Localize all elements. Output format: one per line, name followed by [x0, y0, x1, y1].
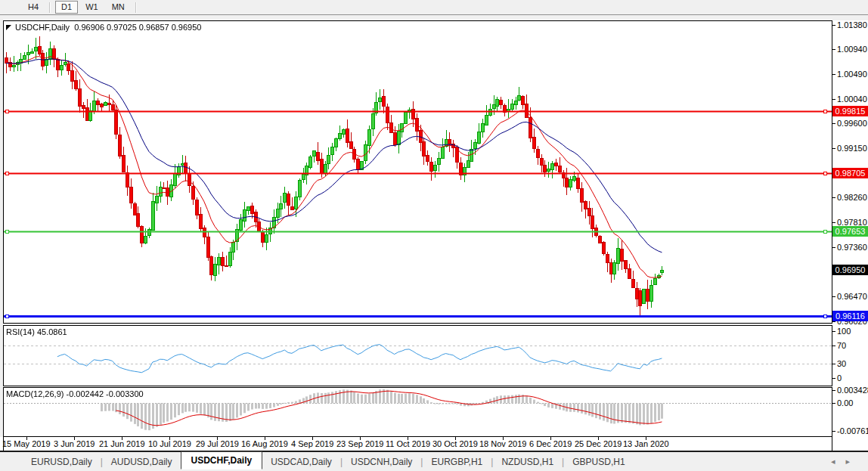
price-axis-tick-label: 0.97360: [837, 243, 867, 252]
date-tick-label: 11 Oct 2019: [386, 439, 430, 448]
toolbar-separator: [49, 2, 51, 13]
price-axis-tick-mark: [832, 296, 835, 297]
rsi-axis-tick-mark: [832, 331, 835, 332]
date-tick-label: 15 May 2019: [2, 439, 51, 448]
rsi-indicator-panel: [3, 325, 832, 386]
main-chart-canvas[interactable]: [4, 21, 832, 323]
level-price-badge: 0.96116: [832, 311, 868, 321]
date-axis-left-edge: [3, 437, 4, 451]
price-axis-tick-label: 0.98260: [837, 193, 867, 202]
price-axis-tick-label: 1.01380: [837, 20, 867, 29]
rsi-axis-tick-label: 0: [837, 373, 842, 383]
symbol-tab-eurgbp[interactable]: EURGBP,H1: [423, 454, 491, 469]
timeframe-toolbar: H4 D1 W1 MN: [0, 0, 868, 15]
timeframe-button-h4[interactable]: H4: [22, 1, 45, 14]
date-tick-label: 13 Jan 2020: [623, 439, 669, 448]
level-price-badge: 0.97653: [832, 226, 868, 237]
current-price-badge: 0.96950: [832, 265, 868, 275]
symbol-tab-eurusd[interactable]: EURUSD,Daily: [23, 454, 101, 469]
date-tick-label: 21 Jun 2019: [99, 439, 145, 448]
macd-indicator-label: MACD(12,26,9) -0.002442 -0.003300: [6, 389, 144, 398]
macd-axis-tick-label: -0.007615: [837, 426, 868, 435]
date-tick-label: 4 Sep 2019: [291, 439, 333, 448]
price-axis-tick-mark: [832, 197, 835, 198]
rsi-axis-tick-label: 30: [837, 359, 846, 368]
macd-axis-tick-mark: [832, 403, 835, 404]
date-tick-label: 30 Oct 2019: [432, 439, 478, 448]
chart-symbol-label: USDCHF,Daily: [15, 23, 70, 32]
date-tick-label: 3 Jun 2019: [54, 439, 95, 448]
tab-scroll-arrows: ◂▸: [831, 457, 860, 466]
tab-scroll-right-icon[interactable]: ▸: [845, 457, 860, 466]
rsi-axis-tick-mark: [832, 364, 835, 364]
date-tick-label: 10 Jul 2019: [148, 439, 191, 448]
mt4-chart-window: { "toolbar": { "buttons": [ {"label": "H…: [0, 0, 868, 471]
timeframe-button-d1[interactable]: D1: [55, 1, 78, 14]
macd-axis-tick-mark: [832, 390, 835, 391]
symbol-tab-usdcnh[interactable]: USDCNH,Daily: [343, 454, 420, 469]
chart-ohlc-values: 0.96906 0.97025 0.96857 0.96950: [70, 23, 201, 32]
price-axis-tick-label: 1.00040: [837, 95, 867, 104]
price-axis-tick-mark: [832, 74, 835, 75]
price-axis-tick-mark: [832, 99, 835, 100]
chart-title: USDCHF,Daily 0.96906 0.97025 0.96857 0.9…: [15, 23, 201, 32]
timeframe-button-w1[interactable]: W1: [79, 1, 104, 14]
date-tick-label: 29 Jul 2019: [196, 439, 239, 448]
date-axis-right-edge: [832, 437, 832, 451]
price-axis-tick-mark: [832, 25, 835, 26]
rsi-indicator-label: RSI(14) 45.0861: [6, 327, 67, 336]
symbol-tab-bar: EURUSD,Daily|AUDUSD,DailyUSDCHF,DailyUSD…: [0, 452, 868, 471]
macd-axis-tick-label: 0.003428: [837, 386, 868, 395]
symbol-tab-nzdusd[interactable]: NZDUSD,H1: [493, 454, 562, 469]
symbol-tab-usdchf[interactable]: USDCHF,Daily: [181, 451, 263, 469]
price-axis-tick-mark: [832, 123, 835, 124]
date-axis[interactable]: 15 May 20193 Jun 201921 Jun 201910 Jul 2…: [0, 437, 868, 451]
symbol-tab-audusd[interactable]: AUDUSD,Daily: [103, 454, 181, 469]
chart-collapse-icon[interactable]: [6, 25, 11, 30]
price-axis-tick-label: 0.99150: [837, 144, 867, 153]
timeframe-button-mn[interactable]: MN: [106, 1, 131, 14]
date-tick-label: 6 Dec 2019: [529, 439, 572, 448]
toolbar-separator: [135, 2, 137, 13]
price-axis-tick-mark: [832, 247, 835, 248]
date-tick-label: 25 Dec 2019: [575, 439, 622, 448]
macd-axis-tick-mark: [832, 431, 835, 432]
macd-axis-tick-label: 0.00: [837, 398, 853, 407]
price-axis-tick-mark: [832, 148, 835, 149]
price-axis-tick-label: 0.99600: [837, 119, 867, 128]
date-tick-label: 18 Nov 2019: [479, 439, 526, 448]
rsi-axis-tick-mark: [832, 378, 835, 379]
symbol-tab-usdcad[interactable]: USDCAD,Daily: [262, 454, 340, 469]
rsi-axis-tick-label: 100: [837, 327, 851, 336]
price-axis-tick-label: 1.00490: [837, 70, 867, 79]
tab-scroll-left-icon[interactable]: ◂: [831, 457, 846, 466]
date-tick-label: 16 Aug 2019: [241, 439, 288, 448]
price-axis-tick-label: 0.96470: [837, 292, 867, 301]
price-axis-tick-label: 1.00940: [837, 45, 867, 54]
rsi-axis-tick-mark: [832, 346, 835, 346]
symbol-tab-gbpusd[interactable]: GBPUSD,H1: [564, 454, 633, 469]
rsi-canvas[interactable]: [4, 326, 832, 386]
level-price-badge: 0.98705: [832, 168, 868, 178]
price-axis-tick-mark: [832, 321, 835, 322]
main-chart-panel: [3, 20, 832, 324]
rsi-axis-tick-label: 70: [837, 341, 846, 350]
date-tick-label: 23 Sep 2019: [336, 439, 383, 448]
level-price-badge: 0.99815: [832, 106, 868, 116]
price-axis-tick-mark: [832, 222, 835, 223]
price-axis-tick-mark: [832, 49, 835, 50]
